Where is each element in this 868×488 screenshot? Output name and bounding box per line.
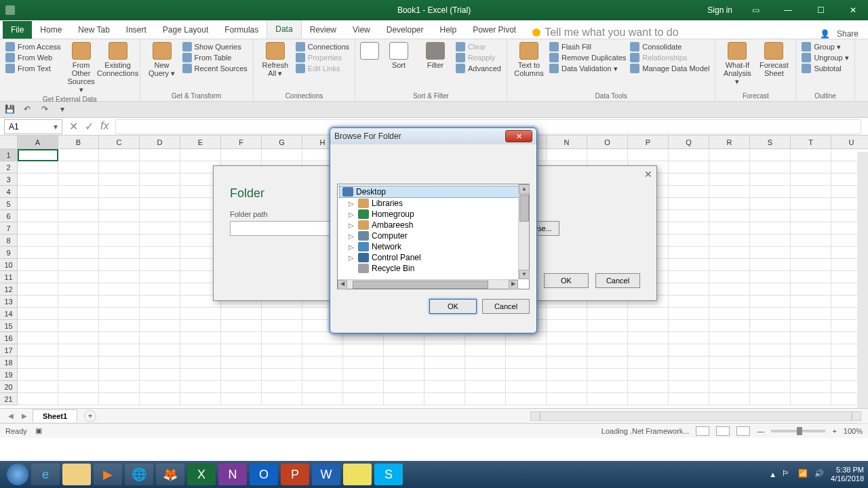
cell[interactable] [709, 369, 750, 381]
row-header[interactable]: 11 [0, 271, 18, 283]
tab-insert[interactable]: Insert [118, 21, 155, 39]
sheet-next-icon[interactable]: ▶ [19, 412, 30, 420]
row-header[interactable]: 12 [0, 283, 18, 296]
cell[interactable] [669, 161, 709, 174]
cell[interactable] [709, 161, 750, 174]
consolidate-button[interactable]: Consolidate [630, 42, 709, 52]
cell[interactable] [628, 332, 669, 344]
cell[interactable] [465, 381, 506, 393]
column-header[interactable]: U [831, 136, 868, 149]
cell[interactable] [669, 210, 709, 222]
cell[interactable] [628, 357, 669, 369]
cell[interactable] [58, 235, 99, 247]
cell[interactable] [547, 320, 587, 332]
text-to-columns-button[interactable]: Text to Columns [513, 42, 545, 77]
cell[interactable] [587, 332, 628, 344]
cell[interactable] [791, 149, 831, 161]
column-header[interactable]: E [180, 136, 221, 149]
browse-cancel-button[interactable]: Cancel [482, 299, 530, 314]
cell[interactable] [750, 271, 791, 283]
row-header[interactable]: 17 [0, 344, 18, 357]
cell[interactable] [180, 320, 221, 332]
cell[interactable] [587, 357, 628, 369]
tree-libraries[interactable]: ▷Libraries [339, 198, 528, 209]
tab-formulas[interactable]: Formulas [216, 21, 267, 39]
cell[interactable] [140, 283, 180, 296]
column-header[interactable]: O [587, 136, 628, 149]
folder-dialog-close-icon[interactable]: ✕ [644, 169, 652, 180]
tree-vscroll[interactable]: ▲ ▼ [518, 184, 529, 279]
column-header[interactable]: S [750, 136, 791, 149]
row-header[interactable]: 3 [0, 174, 18, 186]
whatif-button[interactable]: What-If Analysis ▾ [721, 42, 753, 86]
cell[interactable] [140, 308, 180, 320]
cell[interactable] [302, 344, 343, 357]
cell[interactable] [262, 332, 302, 344]
filter-button[interactable]: Filter [419, 42, 452, 69]
cell[interactable] [58, 393, 99, 405]
cell[interactable] [18, 259, 58, 271]
hscroll-left[interactable] [530, 411, 540, 421]
cell[interactable] [587, 344, 628, 357]
explorer-icon[interactable] [62, 464, 91, 485]
cell[interactable] [18, 222, 58, 235]
cell[interactable] [669, 259, 709, 271]
cell[interactable] [791, 344, 831, 357]
cell[interactable] [180, 332, 221, 344]
cell[interactable] [58, 344, 99, 357]
cell[interactable] [140, 161, 180, 174]
signin-link[interactable]: Sign in [707, 5, 732, 15]
cell[interactable] [140, 393, 180, 405]
recent-sources-button[interactable]: Recent Sources [182, 64, 248, 73]
edit-links-button[interactable]: Edit Links [296, 64, 349, 73]
system-clock[interactable]: 5:38 PM 4/16/2018 [831, 466, 864, 483]
from-text-button[interactable]: From Text [5, 64, 61, 73]
cancel-formula-icon[interactable]: ✕ [69, 120, 78, 133]
tree-computer[interactable]: ▷Computer [339, 230, 528, 241]
cell[interactable] [628, 149, 669, 161]
cell[interactable] [18, 235, 58, 247]
cell[interactable] [99, 381, 140, 393]
browse-ok-button[interactable]: OK [429, 299, 477, 314]
zoom-level[interactable]: 100% [844, 427, 863, 435]
cell[interactable] [99, 332, 140, 344]
refresh-all-button[interactable]: Refresh All ▾ [259, 42, 292, 78]
column-header[interactable]: G [262, 136, 302, 149]
cell[interactable] [180, 149, 221, 161]
cell[interactable] [669, 235, 709, 247]
cell[interactable] [709, 320, 750, 332]
sheet-tab-1[interactable]: Sheet1 [33, 409, 77, 422]
cell[interactable] [669, 174, 709, 186]
row-header[interactable]: 13 [0, 296, 18, 308]
cell[interactable] [384, 357, 425, 369]
cell[interactable] [669, 283, 709, 296]
cell[interactable] [180, 381, 221, 393]
cell[interactable] [262, 320, 302, 332]
cell[interactable] [587, 393, 628, 405]
cell[interactable] [587, 381, 628, 393]
cell[interactable] [791, 235, 831, 247]
cell[interactable] [140, 259, 180, 271]
tree-homegroup[interactable]: ▷Homegroup [339, 209, 528, 220]
tab-view[interactable]: View [344, 21, 378, 39]
group-button[interactable]: Group ▾ [802, 42, 848, 52]
cell[interactable] [547, 149, 587, 161]
column-header[interactable]: N [547, 136, 587, 149]
cell[interactable] [750, 332, 791, 344]
tab-pagelayout[interactable]: Page Layout [155, 21, 216, 39]
row-header[interactable]: 10 [0, 259, 18, 271]
cell[interactable] [628, 393, 669, 405]
cell[interactable] [140, 222, 180, 235]
cell[interactable] [506, 369, 547, 381]
manage-data-model-button[interactable]: Manage Data Model [630, 64, 709, 73]
connections-button[interactable]: Connections [296, 42, 349, 52]
expander-icon[interactable]: ▷ [349, 211, 355, 218]
cell[interactable] [791, 320, 831, 332]
cell[interactable] [140, 247, 180, 259]
cell[interactable] [791, 198, 831, 210]
cell[interactable] [58, 186, 99, 198]
tree-control-panel[interactable]: ▷Control Panel [339, 252, 528, 263]
cell[interactable] [750, 393, 791, 405]
cell[interactable] [18, 186, 58, 198]
cell[interactable] [791, 259, 831, 271]
